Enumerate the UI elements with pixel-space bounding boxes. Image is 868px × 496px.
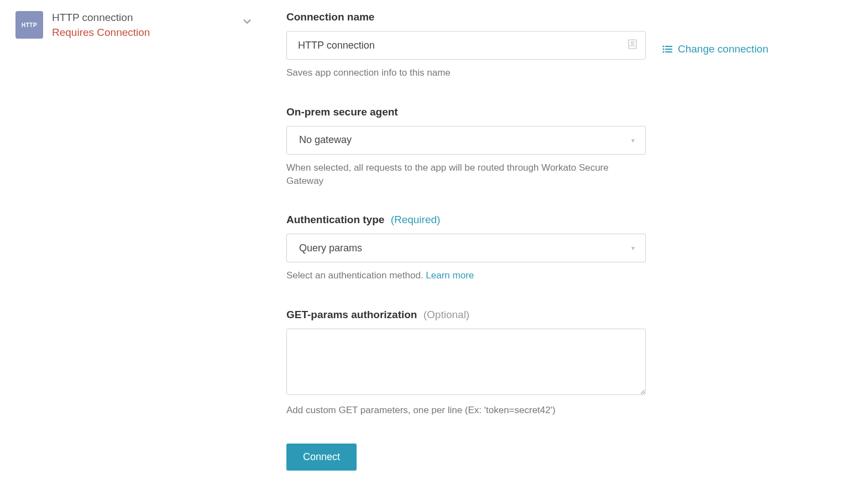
get-params-group: GET-params authorization (Optional) Add … <box>286 309 646 417</box>
http-badge-icon: HTTP <box>15 11 43 39</box>
svg-rect-7 <box>665 51 672 52</box>
svg-point-4 <box>663 49 665 50</box>
change-connection-text: Change connection <box>678 43 768 55</box>
on-prem-help: When selected, all requests to the app w… <box>286 161 646 188</box>
learn-more-link[interactable]: Learn more <box>426 270 474 281</box>
connection-header-text: HTTP connection Requires Connection <box>52 11 232 39</box>
auth-type-label-text: Authentication type <box>286 214 384 225</box>
auth-type-label: Authentication type (Required) <box>286 214 646 226</box>
svg-point-1 <box>631 41 634 44</box>
connection-form: Connection name Saves app connection inf… <box>286 11 646 471</box>
svg-rect-3 <box>665 46 672 47</box>
optional-tag: (Optional) <box>423 309 469 320</box>
change-connection-link[interactable]: Change connection <box>662 43 768 55</box>
svg-point-6 <box>663 51 665 53</box>
get-params-textarea[interactable] <box>286 329 646 395</box>
connection-name-help: Saves app connection info to this name <box>286 66 646 80</box>
auth-type-value: Query params <box>299 242 362 254</box>
on-prem-select-wrapper: No gateway ▼ <box>286 126 646 155</box>
get-params-help: Add custom GET parameters, one per line … <box>286 404 646 417</box>
on-prem-select[interactable]: No gateway <box>286 126 646 155</box>
auth-type-help-text: Select an authentication method. <box>286 270 426 281</box>
connection-title: HTTP connection <box>52 11 232 25</box>
get-params-label: GET-params authorization (Optional) <box>286 309 646 321</box>
auth-type-help: Select an authentication method. Learn m… <box>286 269 646 282</box>
list-icon <box>662 45 672 53</box>
contact-card-icon <box>628 39 637 51</box>
on-prem-label: On-prem secure agent <box>286 106 646 118</box>
connection-name-group: Connection name Saves app connection inf… <box>286 11 646 80</box>
required-tag: (Required) <box>391 214 441 225</box>
connection-header: HTTP HTTP connection Requires Connection <box>15 11 253 471</box>
on-prem-value: No gateway <box>299 134 352 146</box>
svg-rect-5 <box>665 49 672 50</box>
connection-status: Requires Connection <box>52 26 232 40</box>
chevron-down-icon[interactable] <box>241 15 253 30</box>
svg-point-2 <box>663 46 665 48</box>
auth-type-select[interactable]: Query params <box>286 234 646 262</box>
get-params-label-text: GET-params authorization <box>286 309 417 320</box>
connect-button[interactable]: Connect <box>286 444 357 471</box>
connection-name-input[interactable] <box>286 31 646 60</box>
auth-type-group: Authentication type (Required) Query par… <box>286 214 646 282</box>
auth-type-select-wrapper: Query params ▼ <box>286 234 646 262</box>
on-prem-group: On-prem secure agent No gateway ▼ When s… <box>286 106 646 188</box>
connection-name-label: Connection name <box>286 11 646 23</box>
connection-name-input-wrapper <box>286 31 646 60</box>
page-container: HTTP HTTP connection Requires Connection… <box>15 11 853 471</box>
right-panel: Change connection <box>662 11 768 471</box>
http-badge-text: HTTP <box>22 22 37 28</box>
